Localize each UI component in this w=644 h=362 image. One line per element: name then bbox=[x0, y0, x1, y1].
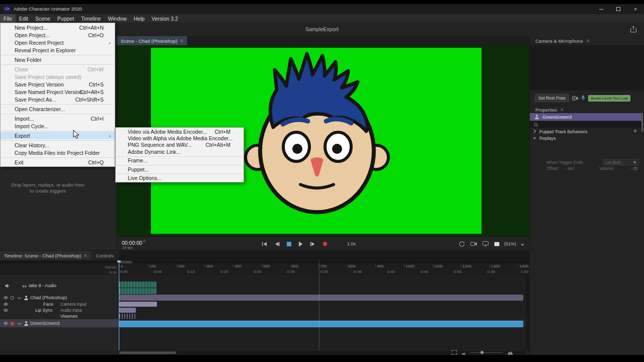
when-trigger-ends-dropdown[interactable]: Let Both bbox=[603, 159, 639, 165]
zoom-level[interactable]: (51%) bbox=[504, 241, 516, 246]
record-icon[interactable] bbox=[10, 321, 15, 326]
properties-selected-puppet[interactable]: GreenScreen3 bbox=[530, 113, 641, 121]
export-menu-item-adobe-dynamic-link[interactable]: Adobe Dynamic Link... bbox=[116, 148, 244, 155]
menubar-item-puppet[interactable]: Puppet bbox=[54, 14, 77, 23]
minimize-button[interactable] bbox=[593, 4, 610, 14]
track-content-area[interactable] bbox=[119, 275, 526, 350]
menubar-item-version-3-2[interactable]: Version 3.2 bbox=[148, 14, 182, 23]
chevron-icon[interactable] bbox=[17, 297, 22, 300]
track-row-lip-sync[interactable]: Lip SyncAudio Input bbox=[0, 307, 118, 313]
loop-icon[interactable] bbox=[459, 241, 465, 247]
screen-share-icon[interactable] bbox=[482, 241, 489, 246]
menubar-item-help[interactable]: Help bbox=[130, 14, 148, 23]
camera-add-icon[interactable] bbox=[470, 241, 477, 246]
file-menu-item-copy-media-files-into-project-folder[interactable]: Copy Media Files into Project Folder bbox=[1, 149, 115, 156]
export-menu-item-video-via-adobe-media-encoder[interactable]: Video via Adobe Media Encoder...Ctrl+M bbox=[116, 128, 244, 135]
clip-visemes[interactable] bbox=[119, 314, 137, 319]
chevron-icon[interactable] bbox=[17, 322, 22, 326]
zoom-in-icon[interactable] bbox=[507, 348, 513, 357]
zoom-slider-knob[interactable] bbox=[480, 351, 484, 354]
file-menu-item-new-project[interactable]: New Project...Ctrl+Alt+N bbox=[1, 24, 115, 31]
play-button[interactable] bbox=[298, 241, 303, 247]
next-frame-button[interactable] bbox=[310, 242, 315, 246]
menubar-item-file[interactable]: File bbox=[0, 14, 16, 23]
clip-take-8-audio[interactable] bbox=[119, 282, 157, 288]
replays-row[interactable]: Replays bbox=[530, 135, 641, 141]
file-menu-item-open-characterizer[interactable]: Open Characterizer... bbox=[1, 105, 115, 113]
microphone-icon[interactable] bbox=[581, 94, 585, 103]
timeline-ruler[interactable]: frames m:ss 0100200300400500600700800900… bbox=[0, 260, 529, 275]
file-menu-item-clear-history[interactable]: Clear History... bbox=[1, 141, 115, 149]
scene-tab[interactable]: Scene - Chad (Photoshop) ≡ bbox=[117, 36, 187, 45]
file-menu-item-save-named-project-version[interactable]: Save Named Project Version...Ctrl+Alt+S bbox=[1, 88, 115, 96]
menubar-item-edit[interactable]: Edit bbox=[16, 14, 32, 23]
playhead[interactable] bbox=[119, 260, 119, 350]
file-menu-item-export[interactable]: Export› bbox=[1, 132, 115, 139]
export-menu-item-frame[interactable]: Frame... bbox=[116, 157, 244, 164]
panel-menu-icon[interactable]: ≡ bbox=[587, 38, 589, 43]
eye-icon[interactable] bbox=[3, 302, 9, 306]
playhead-handle[interactable] bbox=[117, 260, 121, 262]
export-menu-item-png-sequence-and-wav[interactable]: PNG Sequence and WAV...Ctrl+Alt+M bbox=[116, 142, 244, 148]
prev-frame-button[interactable] bbox=[274, 242, 280, 246]
timeline-zoom-scrollbar[interactable] bbox=[0, 261, 529, 263]
file-menu-item-save-project-version[interactable]: Save Project VersionCtrl+S bbox=[1, 80, 115, 88]
menubar-item-scene[interactable]: Scene bbox=[32, 14, 54, 23]
speaker-icon[interactable] bbox=[5, 283, 10, 289]
playback-speed[interactable]: 1.0x bbox=[347, 241, 356, 246]
close-button[interactable]: × bbox=[627, 4, 644, 14]
track-row-take-8-audio[interactable]: take 8 - Audio bbox=[0, 277, 118, 294]
chevron-down-icon[interactable] bbox=[533, 136, 536, 141]
clip-greenscreen3[interactable] bbox=[119, 321, 523, 327]
right-panel-scrollbar[interactable] bbox=[641, 113, 643, 132]
maximize-button[interactable] bbox=[610, 4, 627, 14]
set-rest-pose-button[interactable]: Set Rest Pose bbox=[535, 94, 569, 102]
clip-take-8-audio-1[interactable] bbox=[119, 288, 157, 294]
timeline-zoom-slider[interactable] bbox=[470, 352, 503, 353]
timeline-hscrollbar-thumb[interactable] bbox=[119, 351, 176, 354]
track-row-face[interactable]: FaceCamera Input bbox=[0, 301, 118, 307]
track-row-chad-photoshop[interactable]: Chad (Photoshop) bbox=[0, 294, 118, 301]
puppet-track-behaviors-row[interactable]: Puppet Track Behaviors bbox=[530, 128, 641, 135]
menubar-item-window[interactable]: Window bbox=[104, 14, 130, 23]
eye-icon[interactable] bbox=[3, 321, 9, 325]
circle-icon[interactable] bbox=[10, 296, 15, 300]
export-menu-item-video-with-alpha-via-adobe-media-encoder[interactable]: Video with Alpha via Adobe Media Encoder… bbox=[116, 135, 244, 141]
zoom-out-icon[interactable] bbox=[461, 348, 466, 357]
expand-icon[interactable] bbox=[452, 348, 457, 357]
file-menu-item-exit[interactable]: ExitCtrl+Q bbox=[1, 158, 115, 166]
file-menu-item-import[interactable]: Import...Ctrl+I bbox=[1, 115, 115, 122]
share-icon[interactable] bbox=[630, 26, 637, 35]
person-icon[interactable] bbox=[24, 321, 29, 326]
panel-menu-icon[interactable]: ≡ bbox=[180, 38, 183, 43]
file-menu-item-reveal-project-in-explorer[interactable]: Reveal Project in Explorer bbox=[1, 46, 115, 54]
file-menu-item-open-project[interactable]: Open Project...Ctrl+O bbox=[1, 31, 115, 39]
file-menu-item-open-recent-project[interactable]: Open Recent Project› bbox=[1, 39, 115, 46]
clip-chad-photoshop[interactable] bbox=[119, 295, 523, 301]
eye-icon[interactable] bbox=[3, 296, 9, 300]
file-menu-item-new-folder[interactable]: New Folder bbox=[1, 56, 115, 63]
timeline-tab[interactable]: Timeline: Scene - Chad (Photoshop) ≡ bbox=[0, 251, 91, 260]
camera-icon[interactable] bbox=[572, 94, 578, 103]
file-menu-item-save-project-as[interactable]: Save Project As...Ctrl+Shift+S bbox=[1, 96, 115, 103]
person-icon[interactable] bbox=[24, 295, 29, 300]
record-btn-button[interactable] bbox=[323, 241, 328, 246]
matte-icon[interactable] bbox=[494, 242, 500, 246]
skip-start-button[interactable] bbox=[262, 242, 267, 246]
controls-tab[interactable]: Controls bbox=[91, 251, 119, 260]
file-menu-item-import-cycle[interactable]: Import Cycle... bbox=[1, 122, 115, 130]
export-menu-item-puppet[interactable]: Puppet... bbox=[116, 166, 244, 172]
chevron-down-icon[interactable] bbox=[521, 239, 524, 248]
stop-button[interactable] bbox=[287, 242, 291, 246]
chevron-right-icon[interactable] bbox=[533, 129, 536, 134]
clip-face[interactable] bbox=[119, 302, 157, 307]
zoom-scrollbar-thumb[interactable] bbox=[119, 261, 132, 263]
properties-search[interactable] bbox=[530, 121, 641, 128]
panel-menu-icon[interactable]: ≡ bbox=[84, 253, 87, 258]
eye-icon[interactable] bbox=[3, 308, 9, 312]
panel-menu-icon[interactable]: ≡ bbox=[560, 107, 563, 112]
add-behavior-icon[interactable] bbox=[633, 129, 637, 134]
menubar-item-timeline[interactable]: Timeline bbox=[77, 14, 104, 23]
clip-lip-sync[interactable] bbox=[119, 308, 136, 313]
track-row-visemes[interactable]: Visemes bbox=[0, 313, 118, 319]
